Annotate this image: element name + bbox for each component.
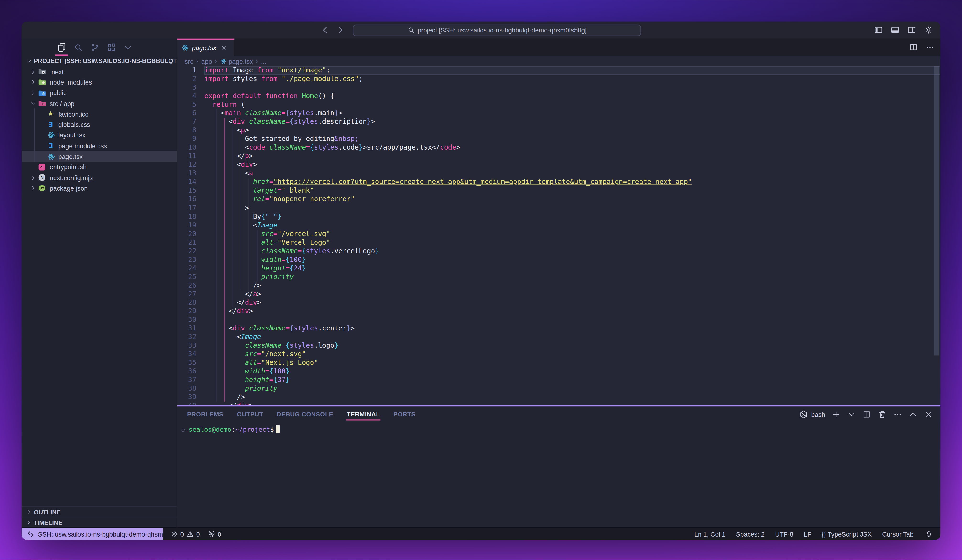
- code-line-23[interactable]: 23 width={100}: [178, 255, 941, 264]
- line-number[interactable]: 25: [178, 273, 204, 281]
- notifications-bell-icon[interactable]: [925, 530, 933, 538]
- code-line-7[interactable]: 7 <div className={styles.description}>: [178, 118, 941, 126]
- line-number[interactable]: 17: [178, 204, 204, 212]
- panel-tab-ports[interactable]: PORTS: [394, 406, 415, 422]
- tab-page-tsx[interactable]: page.tsx: [178, 39, 234, 56]
- code-line-39[interactable]: 39 />: [178, 393, 941, 402]
- code-editor[interactable]: 1import Image from "next/image";2import …: [178, 66, 941, 405]
- panel-tab-output[interactable]: OUTPUT: [237, 406, 263, 422]
- toggle-panel-button[interactable]: [891, 26, 899, 34]
- line-number[interactable]: 37: [178, 376, 204, 385]
- line-number[interactable]: 19: [178, 221, 204, 230]
- line-number[interactable]: 14: [178, 178, 204, 187]
- vertical-scrollbar[interactable]: [934, 66, 939, 356]
- line-number[interactable]: 21: [178, 238, 204, 247]
- line-number[interactable]: 16: [178, 195, 204, 204]
- code-line-32[interactable]: 32 <Image: [178, 333, 941, 341]
- toggle-primary-sidebar-button[interactable]: [874, 26, 883, 34]
- line-number[interactable]: 33: [178, 341, 204, 350]
- line-number[interactable]: 39: [178, 393, 204, 402]
- activity-item-more-views[interactable]: [119, 39, 136, 56]
- code-line-29[interactable]: 29 </div>: [178, 307, 941, 315]
- code-line-35[interactable]: 35 alt="Next.js Logo": [178, 359, 941, 367]
- tree-item-src-app[interactable]: src / app: [21, 98, 177, 108]
- line-number[interactable]: 27: [178, 290, 204, 298]
- status-item-ln-1-col-1[interactable]: Ln 1, Col 1: [694, 530, 725, 538]
- plus-icon[interactable]: [832, 410, 841, 419]
- code-line-33[interactable]: 33 className={styles.logo}: [178, 341, 941, 350]
- tree-item-public[interactable]: public: [21, 87, 177, 98]
- tree-item-globals.css[interactable]: Ǝglobals.css: [21, 119, 177, 130]
- code-line-31[interactable]: 31 <div className={styles.center}>: [178, 324, 941, 333]
- code-line-15[interactable]: 15 target="_blank": [178, 187, 941, 195]
- code-line-17[interactable]: 17 >: [178, 204, 941, 212]
- code-line-19[interactable]: 19 <Image: [178, 221, 941, 230]
- tree-item-.next[interactable]: .next: [21, 66, 177, 77]
- history-back-button[interactable]: [321, 26, 329, 34]
- code-line-18[interactable]: 18 By{" "}: [178, 212, 941, 221]
- code-line-20[interactable]: 20 src="/vercel.svg": [178, 230, 941, 238]
- sidebar-section-timeline[interactable]: TIMELINE: [21, 517, 177, 527]
- trash-icon[interactable]: [878, 410, 886, 419]
- close-icon[interactable]: [924, 410, 933, 419]
- line-number[interactable]: 6: [178, 109, 204, 118]
- chevron-down-icon[interactable]: [847, 410, 856, 419]
- line-number[interactable]: 8: [178, 126, 204, 135]
- panel-tab-terminal[interactable]: TERMINAL: [347, 406, 380, 422]
- remote-indicator[interactable]: SSH: usw.sailos.io-ns-bgbbulqt-demo-qhsm…: [21, 528, 163, 540]
- activity-item-explorer[interactable]: [53, 39, 70, 56]
- line-number[interactable]: 26: [178, 281, 204, 290]
- tab-close-icon[interactable]: [221, 45, 227, 51]
- line-number[interactable]: 12: [178, 161, 204, 169]
- code-line-38[interactable]: 38 priority: [178, 385, 941, 393]
- line-number[interactable]: 10: [178, 143, 204, 152]
- breadcrumb-item-app[interactable]: app: [201, 57, 212, 65]
- line-number[interactable]: 9: [178, 135, 204, 143]
- status-item-lf[interactable]: LF: [804, 530, 811, 538]
- code-line-30[interactable]: 30: [178, 315, 941, 324]
- code-line-6[interactable]: 6 <main className={styles.main}>: [178, 109, 941, 118]
- code-line-40[interactable]: 40 </div>: [178, 402, 941, 405]
- line-number[interactable]: 13: [178, 169, 204, 178]
- line-number[interactable]: 22: [178, 247, 204, 255]
- code-line-37[interactable]: 37 height={37}: [178, 376, 941, 385]
- terminal-shell-picker[interactable]: bash: [799, 410, 825, 419]
- status-item--typescript-jsx[interactable]: {} TypeScript JSX: [822, 530, 872, 538]
- code-line-2[interactable]: 2import styles from "./page.module.css";: [178, 75, 941, 84]
- line-number[interactable]: 15: [178, 187, 204, 195]
- code-line-16[interactable]: 16 rel="noopener noreferrer": [178, 195, 941, 204]
- more-actions-button[interactable]: [926, 43, 935, 51]
- explorer-section-header[interactable]: PROJECT [SSH: USW.SAILOS.IO-NS-BGBBULQT-…: [21, 56, 177, 66]
- line-number[interactable]: 3: [178, 84, 204, 92]
- activity-item-search[interactable]: [70, 39, 87, 56]
- settings-gear-icon[interactable]: [924, 26, 933, 34]
- panel-tab-debug-console[interactable]: DEBUG CONSOLE: [277, 406, 333, 422]
- code-line-26[interactable]: 26 />: [178, 281, 941, 290]
- code-line-24[interactable]: 24 height={24}: [178, 264, 941, 273]
- code-line-21[interactable]: 21 alt="Vercel Logo": [178, 238, 941, 247]
- problems-indicator[interactable]: 0 0: [171, 530, 200, 538]
- line-number[interactable]: 20: [178, 230, 204, 238]
- tree-item-page.tsx[interactable]: page.tsx: [21, 151, 177, 161]
- tree-item-entrypoint.sh[interactable]: >_entrypoint.sh: [21, 162, 177, 172]
- ellipsis-icon[interactable]: [893, 410, 902, 419]
- activity-item-source-control[interactable]: [87, 39, 103, 56]
- tree-item-favicon.ico[interactable]: ★favicon.ico: [21, 109, 177, 119]
- line-number[interactable]: 1: [178, 66, 204, 75]
- line-number[interactable]: 31: [178, 324, 204, 333]
- code-line-3[interactable]: 3: [178, 84, 941, 92]
- code-line-22[interactable]: 22 className={styles.vercelLogo}: [178, 247, 941, 255]
- line-number[interactable]: 2: [178, 75, 204, 84]
- line-number[interactable]: 29: [178, 307, 204, 315]
- code-line-14[interactable]: 14 href="https://vercel.com?utm_source=c…: [178, 178, 941, 187]
- activity-item-extensions[interactable]: [103, 39, 119, 56]
- line-number[interactable]: 32: [178, 333, 204, 341]
- breadcrumb-item-...[interactable]: ...: [261, 57, 266, 65]
- code-line-13[interactable]: 13 <a: [178, 169, 941, 178]
- line-number[interactable]: 24: [178, 264, 204, 273]
- tree-item-next.config.mjs[interactable]: Nnext.config.mjs: [21, 172, 177, 183]
- line-number[interactable]: 40: [178, 402, 204, 405]
- code-line-36[interactable]: 36 width={180}: [178, 367, 941, 376]
- breadcrumb-item-src[interactable]: src: [184, 57, 193, 65]
- code-line-1[interactable]: 1import Image from "next/image";: [178, 66, 941, 75]
